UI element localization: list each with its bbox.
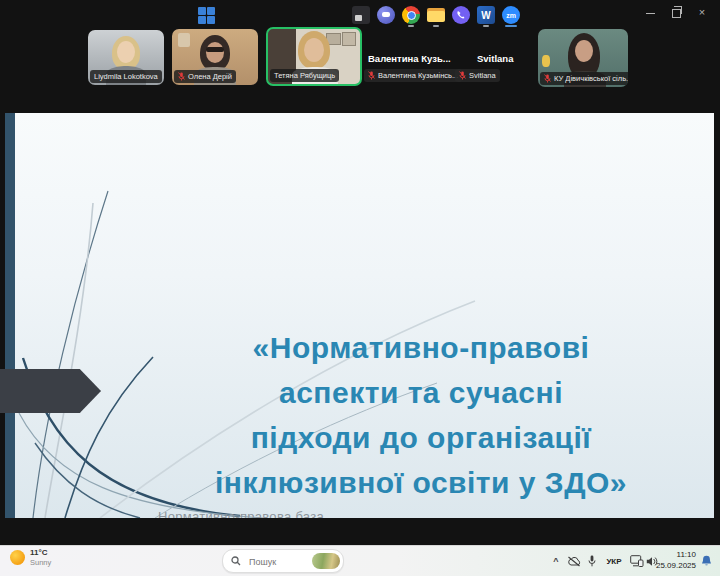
participant-name: Олена Дерій: [188, 71, 232, 82]
taskbar-app-chat[interactable]: [374, 3, 398, 27]
start-button[interactable]: [194, 3, 218, 27]
participant-display-name-valentyna[interactable]: Валентина Кузь...: [368, 53, 451, 64]
tray-time: 11:10: [656, 549, 696, 560]
language-indicator: УКР: [606, 557, 621, 566]
participant-name: Liydmila Lokotkova: [94, 71, 158, 82]
slide-subtitle: Нормативно-правова база: [158, 509, 324, 518]
video-tile-tetiana-active-speaker[interactable]: Тетяна Рябущиць: [266, 27, 362, 86]
participant-name-label: Олена Дерій: [174, 70, 236, 83]
weather-widget[interactable]: 11°C Sunny: [10, 548, 51, 567]
muted-mic-icon: [459, 71, 466, 80]
participant-name: Валентина Кузьмінсь...: [378, 70, 458, 81]
bell-icon: [701, 555, 712, 567]
slide-title-line: інклюзивної освіти у ЗДО»: [135, 460, 707, 505]
weather-temp: 11°C: [30, 548, 51, 558]
participant-name: Тетяна Рябущиць: [274, 70, 335, 81]
taskbar-app-photos[interactable]: [349, 3, 373, 27]
search-icon: [231, 556, 241, 566]
viber-icon: [452, 6, 470, 24]
muted-mic-icon: [368, 71, 375, 80]
participant-name: КУ Дівичківської сіль...: [554, 73, 628, 84]
participant-name: Svitlana: [469, 70, 496, 81]
video-tile-olena[interactable]: Олена Дерій: [172, 29, 258, 85]
tray-language[interactable]: УКР: [602, 551, 626, 571]
muted-mic-icon: [544, 74, 551, 83]
video-tile-liydmila[interactable]: Liydmila Lokotkova: [88, 30, 164, 85]
slide-title-line: підходи до організації: [135, 415, 707, 460]
participant-name-label: КУ Дівичківської сіль...: [540, 72, 628, 85]
shared-presentation-slide: «Нормативно-правові аспекти та сучасні п…: [5, 113, 714, 518]
minimize-icon: [646, 13, 655, 14]
microphone-icon: [588, 555, 596, 567]
word-icon: W: [477, 6, 495, 24]
windows-logo-icon: [198, 7, 215, 24]
file-explorer-icon: [427, 8, 445, 22]
taskbar-app-word[interactable]: W: [474, 3, 498, 27]
chrome-icon: [402, 6, 420, 24]
participant-name-label: Liydmila Lokotkova: [90, 70, 162, 83]
taskbar-app-zoom[interactable]: zm: [499, 3, 523, 27]
slide-title-line: «Нормативно-правові: [135, 325, 707, 370]
tray-date: 25.09.2025: [656, 560, 696, 571]
glasses: [206, 47, 224, 52]
tray-clock[interactable]: 11:10 25.09.2025: [656, 549, 696, 571]
taskbar-app-explorer[interactable]: [424, 3, 448, 27]
weather-condition: Sunny: [30, 558, 51, 567]
participant-display-name-svitlana[interactable]: Svitlana: [477, 53, 513, 64]
search-input[interactable]: [247, 550, 311, 574]
room-decor: [542, 55, 550, 67]
participant-name-label: Svitlana: [455, 69, 500, 82]
tray-show-hidden-icons[interactable]: ^: [549, 551, 563, 571]
window-controls: ×: [644, 4, 708, 20]
slide-title-line: аспекти та сучасні: [135, 370, 707, 415]
sun-icon: [10, 550, 25, 565]
tray-onedrive[interactable]: [565, 551, 583, 571]
tray-notifications[interactable]: [698, 551, 714, 571]
taskbar-app-chrome[interactable]: [399, 3, 423, 27]
slide-arrow-shape: [0, 369, 101, 413]
chat-icon: [377, 6, 395, 24]
minimize-button[interactable]: [644, 4, 656, 20]
participant-name-label: Валентина Кузьмінсь...: [364, 69, 462, 82]
taskbar-search[interactable]: [222, 549, 344, 573]
slide-title: «Нормативно-правові аспекти та сучасні п…: [135, 325, 707, 505]
restore-button[interactable]: [670, 4, 682, 20]
wall-frame: [342, 32, 356, 46]
chevron-up-icon: ^: [553, 556, 558, 566]
participant-name-label: Тетяна Рябущиць: [270, 69, 339, 82]
video-tile-ku-divychkivska[interactable]: КУ Дівичківської сіль...: [538, 29, 628, 87]
zoom-icon: zm: [502, 6, 520, 24]
restore-icon: [672, 9, 681, 18]
search-highlight-image[interactable]: [312, 553, 340, 569]
tray-microphone[interactable]: [585, 551, 599, 571]
cloud-paused-icon: [567, 556, 581, 567]
monitor-phone-icon: [630, 555, 644, 567]
photos-app-icon: [352, 6, 370, 24]
muted-mic-icon: [178, 72, 185, 81]
taskbar-app-viber[interactable]: [449, 3, 473, 27]
close-button[interactable]: ×: [696, 4, 708, 20]
